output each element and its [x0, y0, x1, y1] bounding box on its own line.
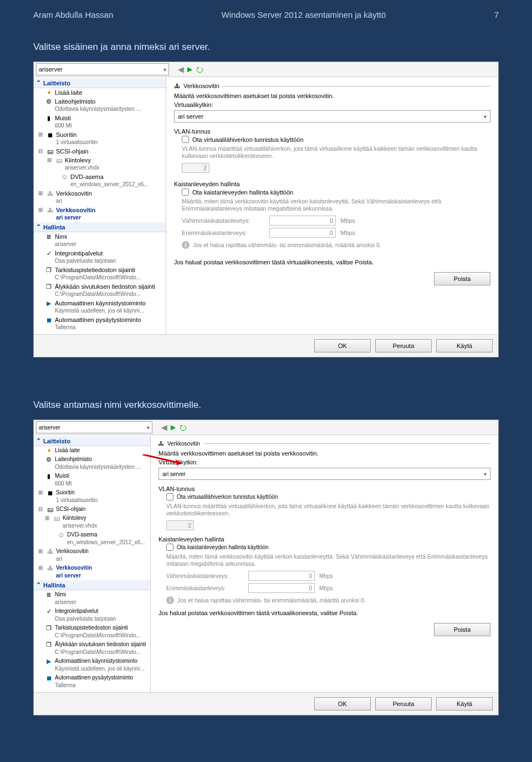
- tree-autostart[interactable]: ▶Automaattinen käynnistystoimintoKäynnis…: [34, 657, 150, 673]
- tree-add-device[interactable]: ✦Lisää laite: [34, 88, 166, 97]
- bw-checkbox[interactable]: [166, 544, 173, 551]
- memory-icon: ▮: [45, 114, 53, 122]
- bw-desc: Määritä, miten tämä verkkosovitin käyttä…: [166, 553, 490, 567]
- cancel-button[interactable]: Peruuta: [375, 339, 432, 352]
- collapse-icon[interactable]: ⊟: [37, 505, 44, 513]
- firmware-icon: ⚙: [45, 456, 53, 463]
- tree-integration[interactable]: ✓IntegrointipalvelutOsa palveluista tarj…: [34, 607, 150, 623]
- dvd-icon: ⊙: [60, 173, 68, 181]
- tree-integration[interactable]: ✓IntegrointipalvelutOsa palveluista tarj…: [34, 249, 166, 265]
- toolbar: ariserver ▾ ◀ ▶ ⭮: [34, 420, 498, 435]
- tree-memory[interactable]: ▮Muisti600 Mt: [34, 472, 150, 488]
- nav-prev-icon[interactable]: ◀: [178, 65, 184, 74]
- bw-max-unit: Mbps: [340, 229, 355, 236]
- vswitch-select[interactable]: ari server ▾: [158, 468, 490, 480]
- tree-dvd[interactable]: ⊙DVD-asemaen_windows_server_2012_x6...: [34, 172, 166, 189]
- tree-header-hardware[interactable]: ⌃Laitteisto: [34, 436, 150, 446]
- tree-cpu[interactable]: ⊞◼Suoritin1 virtuaalisuoritin: [34, 130, 166, 147]
- autostart-icon: ▶: [45, 299, 53, 307]
- tree-firmware[interactable]: ⚙LaiteohjelmistoOdottavia käynnistysmäär…: [34, 455, 150, 472]
- vm-selector[interactable]: ariserver ▾: [36, 421, 152, 433]
- tree-nic2-selected[interactable]: ⊞🖧Verkkosovitinari server: [34, 206, 166, 222]
- tree-nic1[interactable]: ⊞🖧Verkkosovitinari: [34, 547, 150, 564]
- tree-header-management[interactable]: ⌃Hallinta: [34, 222, 166, 232]
- tree-hdd[interactable]: ⊞🖴Kiintolevyariserver.vhdx: [34, 514, 150, 530]
- bw-min-input: 0: [248, 571, 315, 581]
- tree-smartpaging[interactable]: ❐Älykkään sivutuksen tiedoston sijaintiC…: [34, 282, 166, 299]
- vswitch-select[interactable]: ari server ▾: [174, 110, 490, 122]
- nav-next-icon[interactable]: ▶: [187, 65, 192, 73]
- settings-dialog-1: ariserver ▾ ◀ ▶ ⭮ ⌃Laitteisto ✦Lisää lai…: [33, 62, 499, 357]
- expand-icon[interactable]: ⊞: [44, 514, 50, 522]
- network-icon: 🖧: [174, 83, 180, 89]
- bw-max-label: Enimmäiskaistanleveys:: [182, 229, 265, 236]
- vlan-checkbox[interactable]: [166, 493, 173, 500]
- tree-checkpoint[interactable]: ❐Tarkistuspistetiedoston sijaintiC:\Prog…: [34, 265, 166, 282]
- expand-icon[interactable]: ⊞: [37, 564, 44, 572]
- tree-add-device[interactable]: ✦Lisää laite: [34, 446, 150, 455]
- memory-icon: ▮: [45, 472, 53, 480]
- expand-icon[interactable]: ⊞: [37, 190, 44, 197]
- info-icon: i: [166, 596, 174, 604]
- expand-icon[interactable]: ⊞: [37, 206, 44, 214]
- tree-firmware[interactable]: ⚙LaiteohjelmistoOdottavia käynnistysmäär…: [34, 97, 166, 114]
- collapse-icon[interactable]: ⊟: [37, 147, 44, 155]
- chevron-down-icon: ▾: [484, 471, 487, 477]
- expand-icon[interactable]: ⊞: [37, 131, 44, 139]
- vlan-checkbox[interactable]: [182, 136, 189, 143]
- tree-dvd[interactable]: ⊙DVD-asemaen_windows_server_2012_x6...: [34, 530, 150, 547]
- tree-nic1[interactable]: ⊞🖧Verkkosovitinari: [34, 189, 166, 206]
- tree-name[interactable]: 🗎Nimiariserver: [34, 232, 166, 249]
- content-panel: 🖧 Verkkosovitin Määritä verkkosovittimen…: [166, 77, 498, 334]
- collapse-icon: ⌃: [36, 223, 41, 231]
- firmware-icon: ⚙: [45, 98, 53, 105]
- apply-button[interactable]: Käytä: [436, 339, 493, 352]
- tree-header-management[interactable]: ⌃Hallinta: [34, 580, 150, 590]
- expand-icon[interactable]: ⊞: [37, 489, 44, 497]
- remove-button[interactable]: Poista: [434, 623, 490, 636]
- checkpoint-icon: ❐: [45, 624, 53, 632]
- name-icon: 🗎: [45, 233, 53, 241]
- bw-checkbox[interactable]: [182, 188, 189, 196]
- expand-icon[interactable]: ⊞: [46, 156, 53, 164]
- tree-scsi[interactable]: ⊟🖴SCSI-ohjain: [34, 147, 166, 156]
- tree-scsi[interactable]: ⊟🖴SCSI-ohjain: [34, 505, 150, 514]
- cpu-icon: ◼: [46, 489, 54, 497]
- tree-autostop[interactable]: ◼Automaattinen pysäytystoimintoTallenna: [34, 315, 166, 332]
- expand-icon[interactable]: ⊞: [37, 548, 44, 555]
- remove-desc: Jos haluat poistaa verkkosovittimen täst…: [174, 259, 490, 265]
- nav-refresh-icon[interactable]: ⭮: [179, 423, 187, 432]
- vm-selector[interactable]: ariserver ▾: [36, 63, 169, 75]
- chevron-down-icon: ▾: [147, 425, 150, 431]
- nav-prev-icon[interactable]: ◀: [161, 423, 167, 432]
- dialog-footer: OK Peruuta Käytä: [34, 692, 498, 715]
- remove-button[interactable]: Poista: [434, 272, 490, 285]
- settings-tree: ⌃Laitteisto ✦Lisää laite ⚙Laiteohjelmist…: [34, 435, 151, 692]
- cancel-button[interactable]: Peruuta: [375, 697, 432, 710]
- ok-button[interactable]: OK: [314, 339, 371, 352]
- bw-section-title: Kaistanleveyden hallinta: [158, 536, 490, 543]
- content-panel: 🖧 Verkkosovitin Määritä verkkosovittimen…: [151, 435, 498, 692]
- add-device-icon: ✦: [45, 89, 53, 96]
- smartpaging-icon: ❐: [45, 283, 53, 290]
- tree-checkpoint[interactable]: ❐Tarkistuspistetiedoston sijaintiC:\Prog…: [34, 623, 150, 640]
- scsi-icon: 🖴: [46, 505, 54, 513]
- vswitch-label: Virtuaalikytkin:: [174, 101, 490, 108]
- panel-title: Verkkosovitin: [167, 441, 200, 447]
- bw-max-unit: Mbps: [319, 585, 332, 591]
- tree-nic2-selected[interactable]: ⊞🖧Verkkosovitinari server: [34, 564, 150, 580]
- ok-button[interactable]: OK: [314, 697, 371, 710]
- tree-autostart[interactable]: ▶Automaattinen käynnistystoimintoKäynnis…: [34, 299, 166, 315]
- tree-memory[interactable]: ▮Muisti600 Mt: [34, 114, 166, 130]
- settings-tree: ⌃Laitteisto ✦Lisää laite ⚙Laiteohjelmist…: [34, 77, 166, 334]
- toolbar: ariserver ▾ ◀ ▶ ⭮: [34, 62, 498, 77]
- tree-autostop[interactable]: ◼Automaattinen pysäytystoimintoTallenna: [34, 673, 150, 690]
- tree-name[interactable]: 🗎Nimiariserver: [34, 590, 150, 607]
- tree-hdd[interactable]: ⊞🖴Kiintolevyariserver.vhdx: [34, 156, 166, 172]
- tree-header-hardware[interactable]: ⌃Laitteisto: [34, 78, 166, 88]
- nav-next-icon[interactable]: ▶: [171, 423, 176, 431]
- apply-button[interactable]: Käytä: [436, 697, 493, 710]
- tree-cpu[interactable]: ⊞◼Suoritin1 virtuaalisuoritin: [34, 488, 150, 505]
- tree-smartpaging[interactable]: ❐Älykkään sivutuksen tiedoston sijaintiC…: [34, 640, 150, 657]
- nav-refresh-icon[interactable]: ⭮: [196, 65, 203, 74]
